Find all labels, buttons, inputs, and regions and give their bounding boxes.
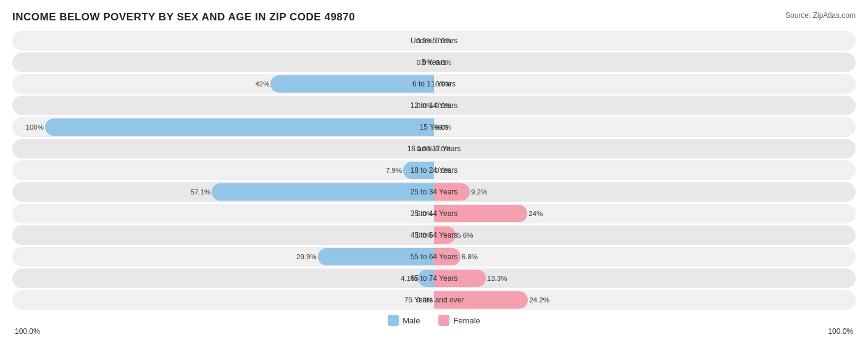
- left-half: 0.0%: [12, 52, 434, 72]
- footer-row: 100.0% 100.0%: [12, 327, 856, 336]
- female-value: 0.0%: [435, 102, 451, 109]
- bar-row: 0.0% 0.0% Under 5 Years: [12, 31, 856, 51]
- left-half: 42%: [12, 74, 434, 94]
- male-bar: [212, 183, 434, 201]
- right-half: 6.8%: [434, 247, 856, 267]
- male-value: 0.0%: [417, 59, 433, 66]
- male-bar: [403, 162, 434, 179]
- male-value: 0.0%: [417, 210, 433, 217]
- legend-male: Male: [388, 315, 420, 326]
- right-half: 24.2%: [434, 290, 856, 310]
- left-half: 100%: [12, 117, 434, 137]
- male-value: 42%: [255, 80, 269, 88]
- female-color-swatch: [438, 315, 449, 326]
- male-value: 0.0%: [417, 231, 433, 239]
- male-value: 0.0%: [417, 145, 433, 152]
- right-half: 0.0%: [434, 96, 856, 115]
- footer-right: 100.0%: [828, 327, 853, 336]
- chart-area: 0.0% 0.0% Under 5 Years 0.0% 0.0% 5 Year…: [12, 31, 856, 310]
- female-value: 0.0%: [435, 37, 451, 44]
- bar-row: 4.1% 13.3% 65 to 74 Years: [12, 268, 856, 288]
- female-value: 0.0%: [435, 59, 451, 66]
- row-bg: 0.0% 24.2%: [12, 290, 856, 310]
- female-value: 0.0%: [435, 80, 451, 88]
- row-bg: 0.0% 24%: [12, 204, 856, 223]
- left-half: 0.0%: [12, 139, 434, 159]
- male-value: 0.0%: [417, 37, 433, 44]
- female-value: 24.2%: [529, 296, 549, 304]
- male-bar: [418, 270, 434, 287]
- row-bg: 100% 0.0%: [12, 117, 856, 137]
- left-half: 57.1%: [12, 182, 434, 202]
- female-bar: [434, 248, 461, 265]
- chart-title: INCOME BELOW POVERTY BY SEX AND AGE IN Z…: [12, 11, 355, 23]
- row-bg: 57.1% 9.2%: [12, 182, 856, 202]
- male-value: 57.1%: [191, 188, 211, 196]
- female-bar: [434, 183, 470, 201]
- left-half: 0.0%: [12, 225, 434, 245]
- row-bg: 0.0% 5.6%: [12, 225, 856, 245]
- male-value: 100%: [26, 123, 44, 131]
- right-half: 13.3%: [434, 268, 856, 288]
- row-bg: 0.0% 0.0%: [12, 139, 856, 159]
- left-half: 0.0%: [12, 31, 434, 51]
- footer-left: 100.0%: [15, 327, 40, 336]
- row-bg: 42% 0.0%: [12, 74, 856, 94]
- row-bg: 7.9% 0.0%: [12, 160, 856, 180]
- male-value: 7.9%: [386, 167, 402, 174]
- bar-row: 0.0% 0.0% 16 and 17 Years: [12, 139, 856, 159]
- female-value: 13.3%: [487, 275, 507, 282]
- male-bar: [270, 75, 434, 93]
- bar-row: 0.0% 0.0% 12 to 14 Years: [12, 96, 856, 115]
- left-half: 0.0%: [12, 204, 434, 223]
- male-value: 0.0%: [417, 102, 433, 109]
- bar-row: 29.9% 6.8% 55 to 64 Years: [12, 247, 856, 267]
- male-value: 0.0%: [417, 296, 433, 304]
- female-value: 0.0%: [435, 167, 451, 174]
- bar-row: 57.1% 9.2% 25 to 34 Years: [12, 182, 856, 202]
- female-value: 5.6%: [457, 231, 473, 239]
- male-value: 4.1%: [401, 275, 417, 282]
- legend-female-label: Female: [453, 316, 480, 325]
- left-half: 0.0%: [12, 290, 434, 310]
- female-bar: [434, 291, 528, 309]
- row-bg: 0.0% 0.0%: [12, 52, 856, 72]
- female-value: 9.2%: [471, 188, 487, 196]
- left-half: 0.0%: [12, 96, 434, 115]
- right-half: 24%: [434, 204, 856, 223]
- female-bar: [434, 270, 486, 287]
- row-bg: 0.0% 0.0%: [12, 96, 856, 115]
- male-color-swatch: [388, 315, 399, 326]
- male-value: 29.9%: [296, 253, 317, 260]
- row-bg: 4.1% 13.3%: [12, 268, 856, 288]
- right-half: 0.0%: [434, 31, 856, 51]
- right-half: 5.6%: [434, 225, 856, 245]
- right-half: 0.0%: [434, 52, 856, 72]
- right-half: 9.2%: [434, 182, 856, 202]
- female-value: 6.8%: [462, 253, 478, 260]
- chart-header: INCOME BELOW POVERTY BY SEX AND AGE IN Z…: [12, 11, 856, 23]
- legend-male-label: Male: [403, 316, 420, 325]
- bar-row: 100% 0.0% 15 Years: [12, 117, 856, 137]
- chart-container: INCOME BELOW POVERTY BY SEX AND AGE IN Z…: [0, 0, 868, 342]
- bar-row: 0.0% 0.0% 5 Years: [12, 52, 856, 72]
- right-half: 0.0%: [434, 139, 856, 159]
- female-value: 0.0%: [435, 145, 451, 152]
- legend: Male Female: [12, 315, 856, 326]
- chart-source: Source: ZipAtlas.com: [785, 11, 856, 20]
- left-half: 4.1%: [12, 268, 434, 288]
- female-value: 0.0%: [435, 123, 451, 131]
- right-half: 0.0%: [434, 117, 856, 137]
- row-bg: 0.0% 0.0%: [12, 31, 856, 51]
- female-bar: [434, 205, 527, 222]
- right-half: 0.0%: [434, 74, 856, 94]
- bar-row: 42% 0.0% 6 to 11 Years: [12, 74, 856, 94]
- bar-row: 0.0% 24% 35 to 44 Years: [12, 204, 856, 223]
- right-half: 0.0%: [434, 160, 856, 180]
- bar-row: 0.0% 5.6% 45 to 54 Years: [12, 225, 856, 245]
- left-half: 7.9%: [12, 160, 434, 180]
- bar-row: 0.0% 24.2% 75 Years and over: [12, 290, 856, 310]
- male-bar: [318, 248, 434, 265]
- left-half: 29.9%: [12, 247, 434, 267]
- female-value: 24%: [528, 210, 543, 217]
